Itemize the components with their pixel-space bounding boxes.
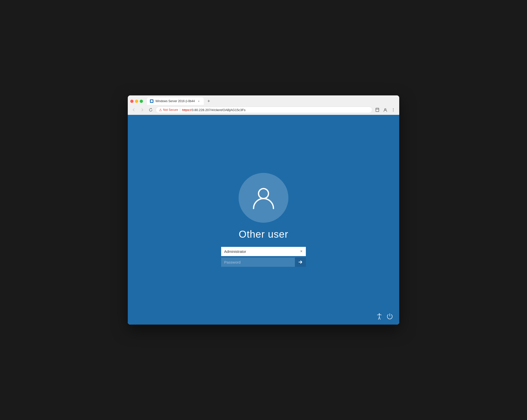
- window-controls: [130, 100, 143, 103]
- navigation-bar: ⚠ Not Secure | https://3.80.228.207/#/cl…: [128, 105, 399, 115]
- url-display: https://3.80.228.207/#/client/OABjAG15c3…: [182, 108, 246, 112]
- close-window-button[interactable]: [130, 100, 133, 103]
- svg-point-6: [379, 313, 380, 314]
- svg-point-5: [259, 189, 268, 199]
- url-path: 3.80.228.207/#/client/OABjAG15c3Fs: [192, 108, 246, 112]
- back-button[interactable]: [130, 106, 137, 113]
- profile-button[interactable]: [382, 106, 389, 113]
- tab-title: Windows Server 2016 (i-0b44: [155, 99, 195, 103]
- login-container: Other user ×: [221, 173, 306, 267]
- maximize-window-button[interactable]: [140, 100, 143, 103]
- username-input[interactable]: [221, 247, 306, 256]
- browser-action-icons: [374, 106, 397, 113]
- bottom-icons: [376, 313, 393, 320]
- power-button[interactable]: [386, 313, 393, 320]
- tab-bar: Windows Server 2016 (i-0b44 × +: [128, 95, 399, 105]
- warning-icon: ⚠: [159, 108, 162, 112]
- tab-favicon-icon: [150, 99, 153, 103]
- browser-window: Windows Server 2016 (i-0b44 × +: [128, 95, 399, 325]
- svg-point-2: [393, 108, 394, 109]
- svg-rect-0: [376, 108, 379, 112]
- password-input[interactable]: [221, 258, 306, 267]
- reload-button[interactable]: [147, 106, 154, 113]
- minimize-window-button[interactable]: [135, 100, 138, 103]
- browser-chrome: Windows Server 2016 (i-0b44 × +: [128, 95, 399, 115]
- new-tab-button[interactable]: +: [205, 98, 212, 105]
- username-wrapper: ×: [221, 247, 306, 256]
- page-content: Other user ×: [128, 115, 399, 325]
- clear-username-button[interactable]: ×: [299, 249, 304, 254]
- tab-close-button[interactable]: ×: [197, 99, 201, 103]
- password-wrapper: [221, 258, 306, 267]
- svg-point-4: [393, 111, 394, 111]
- save-to-bookmarks-button[interactable]: [374, 106, 381, 113]
- url-divider: |: [180, 108, 181, 112]
- user-label: Other user: [239, 229, 288, 240]
- submit-button[interactable]: [295, 258, 306, 267]
- not-secure-label: Not Secure: [163, 108, 178, 112]
- address-bar[interactable]: ⚠ Not Secure | https://3.80.228.207/#/cl…: [156, 107, 372, 113]
- user-avatar: [239, 173, 288, 223]
- svg-point-1: [385, 109, 386, 110]
- browser-menu-button[interactable]: [390, 106, 397, 113]
- url-https: https://: [182, 108, 192, 112]
- forward-button[interactable]: [139, 106, 146, 113]
- security-warning: ⚠ Not Secure: [159, 108, 178, 112]
- active-tab[interactable]: Windows Server 2016 (i-0b44 ×: [147, 97, 204, 105]
- accessibility-button[interactable]: [376, 313, 383, 320]
- svg-point-3: [393, 110, 394, 110]
